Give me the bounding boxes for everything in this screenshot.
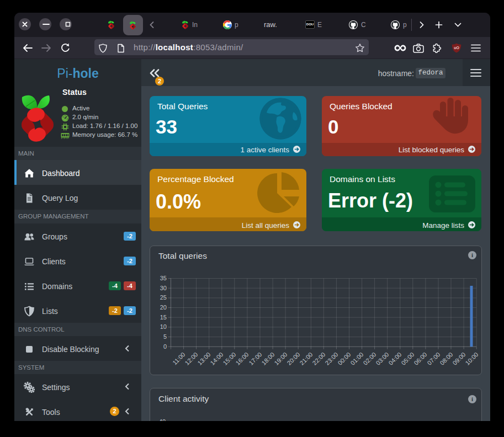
- svg-text:uO: uO: [454, 46, 459, 50]
